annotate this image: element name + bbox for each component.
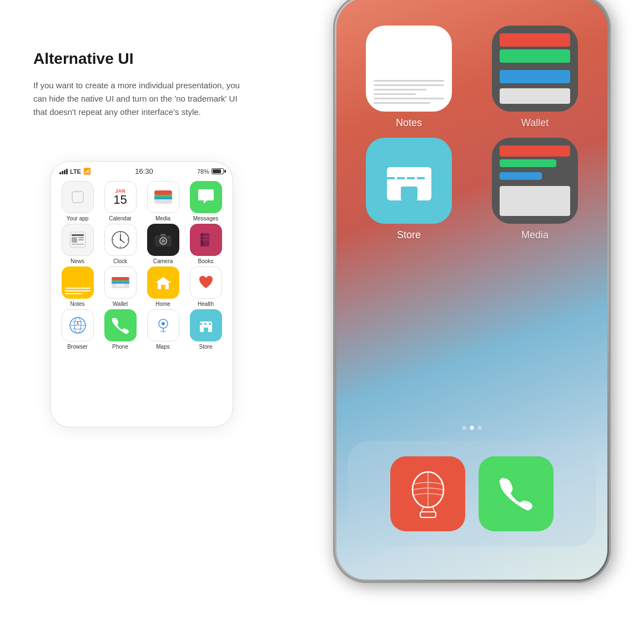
big-app-item-wallet[interactable]: Wallet: [476, 26, 593, 129]
svg-rect-4: [154, 197, 172, 199]
app-item-store[interactable]: Store: [185, 309, 226, 350]
home-label: Home: [155, 301, 170, 307]
battery-icon: [212, 168, 224, 174]
signal-bars-icon: [59, 169, 68, 174]
svg-rect-31: [112, 282, 129, 284]
svg-point-42: [162, 322, 165, 325]
page-description: If you want to create a more individual …: [33, 79, 244, 119]
page-dots: [462, 426, 482, 430]
camera-icon: [147, 224, 179, 256]
big-phone-container: Notes Wallet: [311, 0, 644, 627]
svg-line-63: [432, 506, 435, 512]
wallet-icon: [104, 266, 137, 299]
calendar-icon: JAN 15: [104, 181, 137, 213]
svg-rect-55: [387, 177, 395, 179]
svg-rect-0: [72, 192, 83, 203]
big-dock: [348, 441, 596, 546]
dock-phone-icon[interactable]: [479, 456, 554, 531]
dock-hot-air-icon[interactable]: [390, 456, 465, 531]
media-icon: [147, 181, 179, 213]
status-right: 78%: [197, 168, 224, 175]
big-store-icon: [366, 138, 452, 224]
svg-rect-6: [72, 234, 84, 236]
app-item-camera[interactable]: Camera: [143, 224, 183, 264]
store-label: Store: [199, 344, 213, 350]
browser-label: Browser: [67, 344, 88, 350]
app-item-your-app[interactable]: Your app: [57, 181, 98, 222]
dot-3: [478, 426, 482, 430]
maps-icon: [147, 309, 179, 341]
notes-label: Notes: [70, 301, 84, 307]
phone-icon: [104, 309, 137, 341]
app-item-media[interactable]: Media: [143, 181, 183, 222]
big-notes-label: Notes: [396, 117, 422, 129]
app-item-books[interactable]: Books: [185, 224, 226, 264]
svg-rect-30: [112, 280, 129, 282]
svg-rect-49: [200, 323, 202, 325]
app-item-wallet[interactable]: Wallet: [100, 266, 140, 307]
app-item-news[interactable]: News: [57, 224, 98, 264]
big-app-item-store[interactable]: Store: [350, 138, 467, 241]
news-icon: [62, 224, 94, 256]
svg-marker-40: [77, 320, 79, 325]
wallet-label: Wallet: [113, 301, 128, 307]
camera-label: Camera: [153, 258, 173, 264]
health-label: Health: [198, 301, 214, 307]
your-app-label: Your app: [67, 215, 89, 222]
big-app-item-media[interactable]: Media: [476, 138, 593, 241]
browser-icon: [62, 309, 94, 341]
wifi-icon: 📶: [83, 168, 91, 175]
app-item-messages[interactable]: Messages: [185, 181, 226, 222]
small-phone-mockup: LTE 📶 16:30 78% Your app JAN 15: [50, 161, 233, 427]
phone-screen: Notes Wallet: [336, 0, 607, 580]
clock-icon: [104, 224, 137, 256]
app-item-maps[interactable]: Maps: [143, 309, 183, 350]
battery-percent: 78%: [197, 168, 209, 175]
app-item-phone[interactable]: Phone: [100, 309, 140, 350]
books-label: Books: [198, 258, 214, 264]
svg-rect-9: [78, 239, 84, 240]
svg-rect-56: [397, 177, 405, 179]
svg-point-14: [119, 239, 121, 241]
svg-rect-3: [154, 195, 172, 197]
svg-rect-36: [161, 285, 165, 289]
status-left: LTE 📶: [59, 168, 91, 175]
phone-label: Phone: [112, 344, 128, 350]
svg-rect-10: [72, 244, 84, 245]
app-item-clock[interactable]: Clock: [100, 224, 140, 264]
big-wallet-icon: [492, 26, 578, 112]
big-notes-icon: [366, 26, 452, 112]
svg-rect-51: [209, 323, 211, 325]
big-media-label: Media: [521, 229, 549, 241]
maps-label: Maps: [156, 344, 169, 350]
books-icon: [190, 224, 222, 256]
phone-frame: Notes Wallet: [333, 0, 611, 583]
app-item-browser[interactable]: Browser: [57, 309, 98, 350]
svg-rect-59: [401, 187, 417, 200]
big-app-item-notes[interactable]: Notes: [350, 26, 467, 129]
app-item-calendar[interactable]: JAN 15 Calendar: [100, 181, 140, 222]
big-wallet-label: Wallet: [521, 117, 549, 129]
svg-point-22: [162, 239, 165, 243]
health-icon: [190, 266, 222, 299]
svg-rect-8: [78, 237, 84, 238]
app-item-health[interactable]: Health: [185, 266, 226, 307]
svg-rect-32: [116, 284, 125, 287]
big-phone: Notes Wallet: [311, 0, 633, 594]
network-type: LTE: [70, 168, 81, 175]
app-item-home[interactable]: Home: [143, 266, 183, 307]
svg-rect-64: [420, 512, 436, 517]
clock-label: Clock: [113, 258, 127, 264]
big-media-icon: [492, 138, 578, 224]
app-item-notes[interactable]: Notes: [57, 266, 98, 307]
svg-rect-50: [204, 323, 207, 325]
svg-rect-52: [204, 328, 208, 332]
messages-label: Messages: [193, 215, 219, 222]
store-icon: [190, 309, 222, 341]
page-title: Alternative UI: [33, 50, 244, 68]
news-label: News: [71, 258, 84, 264]
svg-rect-29: [112, 277, 129, 280]
svg-line-62: [421, 506, 424, 512]
big-store-label: Store: [397, 229, 421, 241]
svg-point-23: [167, 237, 169, 239]
